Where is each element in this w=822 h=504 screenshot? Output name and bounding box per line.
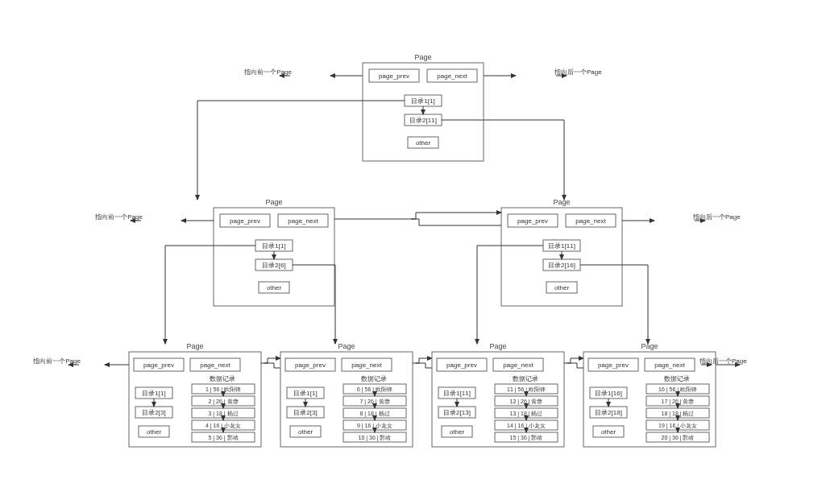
dir-entry: 目录1[11] [443, 390, 471, 397]
data-row: 7 | 26 | 黄蓉 [359, 399, 389, 405]
data-row: 4 | 16 | 小龙女 [206, 423, 241, 429]
dir-entry: 目录1[16] [595, 390, 622, 397]
data-row: 5 | 36 | 郭靖 [208, 435, 238, 441]
data-row: 16 | 56 | 欧阳锋 [658, 386, 697, 393]
data-records-label: 数据记录 [210, 375, 235, 382]
other-entry: other [450, 428, 465, 436]
page-leaf: Pagepage_prevpage_next目录1[11]目录2[13]othe… [432, 342, 564, 447]
arrow [413, 358, 432, 363]
data-row: 18 | 18 | 杨过 [662, 411, 695, 417]
data-row: 8 | 18 | 杨过 [359, 411, 389, 417]
arrow [334, 213, 501, 219]
data-row: 10 | 36 | 郭靖 [359, 435, 392, 441]
dir-entry: 目录1[1] [142, 390, 165, 397]
arrow [261, 358, 280, 363]
dir-entry: 目录1[1] [293, 390, 317, 397]
arrow [411, 219, 501, 225]
data-row: 12 | 26 | 黄蓉 [510, 399, 543, 405]
svg-text:Page: Page [553, 198, 570, 206]
data-records-label: 数据记录 [361, 375, 387, 382]
page-title: Page [414, 53, 431, 61]
svg-text:目录2[6]: 目录2[6] [262, 262, 285, 269]
data-row: 20 | 36 | 郭靖 [662, 435, 695, 441]
page-prev-button[interactable]: page_prev [517, 217, 548, 225]
other-entry: other [298, 428, 313, 436]
svg-text:other: other [267, 284, 282, 291]
dir-entry: 目录2[3] [142, 409, 165, 416]
page-title: Page [338, 342, 355, 350]
page-leaf: Pagepage_prevpage_next目录1[16]目录2[18]othe… [583, 342, 716, 447]
data-row: 15 | 36 | 郭靖 [510, 435, 543, 441]
page-next-button[interactable]: page_next [575, 217, 606, 225]
arrow [416, 363, 432, 368]
page-next-button[interactable]: page_next [654, 361, 685, 369]
ptr-next-label: 指向后一个Page [692, 213, 741, 221]
data-row: 13 | 18 | 杨过 [510, 411, 543, 417]
data-row: 11 | 56 | 欧阳锋 [507, 386, 546, 393]
dir-entry: 目录2[18] [595, 409, 622, 416]
data-row: 9 | 16 | 小龙女 [357, 423, 392, 429]
page-prev-button[interactable]: page_prev [598, 361, 629, 369]
page-mid-right: Page page_prev page_next 目录1[11] 目录2[16]… [501, 198, 622, 306]
data-row: 2 | 26 | 黄蓉 [208, 399, 238, 405]
ptr-prev-label: 指向前一个Page [94, 213, 143, 221]
arrow [264, 363, 280, 368]
arrow [564, 358, 583, 363]
svg-text:目录2[16]: 目录2[16] [548, 262, 575, 269]
svg-text:目录1[11]: 目录1[11] [548, 242, 575, 250]
svg-text:other: other [554, 284, 570, 291]
svg-text:目录1[1]: 目录1[1] [262, 242, 285, 250]
svg-text:Page: Page [265, 198, 282, 206]
data-row: 3 | 18 | 杨过 [208, 411, 238, 417]
page-title: Page [186, 342, 203, 350]
dir-entry: 目录2[3] [293, 409, 317, 416]
page-next-button[interactable]: page_next [200, 361, 230, 369]
page-mid-left: Page page_prev page_next 目录1[1] 目录2[6] o… [214, 198, 334, 306]
data-records-label: 数据记录 [664, 375, 690, 382]
data-row: 14 | 16 | 小龙女 [507, 423, 546, 429]
dir-entry: 目录1[1] [411, 97, 434, 105]
dir-entry: 目录2[13] [443, 409, 471, 416]
data-row: 17 | 26 | 黄蓉 [662, 399, 695, 405]
page-next-button[interactable]: page_next [351, 361, 382, 369]
page-title: Page [489, 342, 506, 350]
ptr-next-label: 指向后一个Page [554, 68, 602, 76]
dir-entry: 目录2[11] [409, 117, 437, 124]
page-title: Page [641, 342, 658, 350]
other-entry: other [416, 139, 431, 147]
data-row: 19 | 16 | 小龙女 [658, 423, 697, 429]
ptr-prev-label: 指向前一个Page [32, 357, 81, 365]
diagram-canvas: Page page_prev page_next 目录1[1] 目录2[11] … [0, 0, 822, 504]
page-leaf: Pagepage_prevpage_next目录1[1]目录2[3]other数… [280, 342, 413, 447]
page-next-button[interactable]: page_next [503, 361, 533, 369]
page-prev-button[interactable]: page_prev [230, 217, 260, 225]
page-top: Page page_prev page_next 目录1[1] 目录2[11] … [363, 53, 484, 161]
page-next-button[interactable]: page_next [437, 72, 467, 80]
page-next-button[interactable]: page_next [288, 217, 318, 225]
ptr-prev-label: 指向前一个Page [243, 68, 292, 76]
page-leaf: Pagepage_prevpage_next目录1[1]目录2[3]other数… [129, 342, 261, 447]
ptr-next-label: 指向后一个Page [699, 357, 747, 365]
data-records-label: 数据记录 [513, 375, 538, 382]
data-row: 1 | 56 | 欧阳锋 [206, 386, 241, 393]
page-prev-button[interactable]: page_prev [143, 361, 174, 369]
arrow [567, 363, 583, 368]
other-entry: other [147, 428, 162, 436]
data-row: 6 | 56 | 欧阳锋 [357, 386, 392, 393]
page-prev-button[interactable]: page_prev [379, 72, 409, 80]
page-prev-button[interactable]: page_prev [446, 361, 477, 369]
page-prev-button[interactable]: page_prev [295, 361, 326, 369]
other-entry: other [601, 428, 616, 436]
